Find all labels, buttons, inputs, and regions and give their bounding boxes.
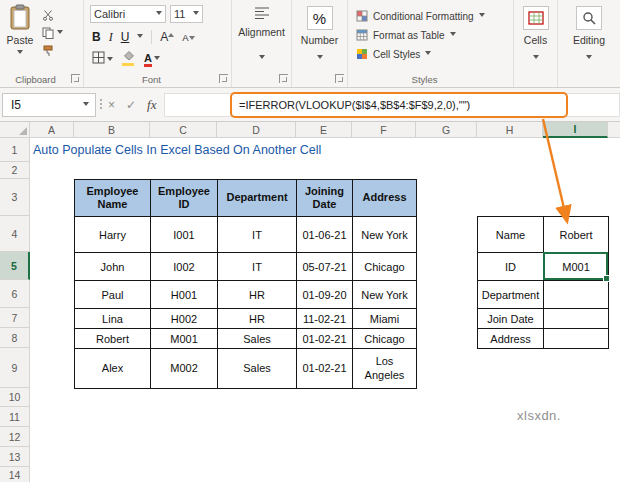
fill-color-button[interactable] — [122, 50, 135, 66]
enter-button[interactable]: ✓ — [126, 98, 136, 112]
cell[interactable]: I001 — [151, 217, 218, 253]
cell[interactable]: John — [75, 253, 151, 281]
cell[interactable]: 11-02-21 — [297, 309, 353, 329]
editing-button[interactable]: Editing — [558, 6, 620, 46]
lookup-value-cell-join-date[interactable] — [544, 309, 609, 329]
cell[interactable]: 01-06-21 — [297, 217, 353, 253]
header-cell[interactable]: Department — [218, 180, 297, 217]
cell[interactable]: M002 — [151, 349, 218, 389]
row-header-8[interactable]: 8 — [0, 328, 30, 348]
cell[interactable]: 01-02-21 — [297, 349, 353, 389]
format-painter-button[interactable] — [42, 44, 54, 58]
header-cell[interactable]: Address — [353, 180, 417, 217]
cell[interactable]: Chicago — [353, 253, 417, 281]
font-size-select[interactable]: 11 — [170, 5, 203, 23]
name-box[interactable]: I5 — [2, 93, 96, 117]
cell[interactable]: Chicago — [353, 329, 417, 349]
underline-button[interactable]: U — [121, 30, 130, 44]
row-header-11[interactable]: 11 — [0, 407, 30, 427]
cell[interactable]: Sales — [218, 349, 297, 389]
copy-button[interactable] — [42, 26, 63, 40]
font-color-button[interactable]: A — [144, 52, 160, 64]
cell[interactable]: Paul — [75, 281, 151, 309]
column-header-g[interactable]: G — [416, 122, 477, 138]
cell[interactable]: 05-07-21 — [297, 253, 353, 281]
row-header-10[interactable]: 10 — [0, 388, 30, 407]
lookup-value-cell-id[interactable]: M001 — [544, 253, 609, 281]
bold-button[interactable]: B — [92, 30, 101, 44]
column-header-h[interactable]: H — [477, 122, 543, 138]
cell[interactable]: Harry — [75, 217, 151, 253]
column-header-f[interactable]: F — [352, 122, 416, 138]
paste-button[interactable]: Paste — [4, 4, 36, 68]
cell[interactable]: Alex — [75, 349, 151, 389]
cell[interactable]: IT — [218, 217, 297, 253]
cell[interactable]: 01-09-20 — [297, 281, 353, 309]
alignment-button[interactable]: Alignment — [232, 6, 291, 38]
format-as-table-button[interactable]: Format as Table — [356, 27, 456, 43]
column-header-e[interactable]: E — [296, 122, 352, 138]
shrink-font-button[interactable]: A — [182, 31, 194, 43]
lookup-label-cell[interactable]: Department — [478, 281, 544, 309]
cell[interactable]: I002 — [151, 253, 218, 281]
font-dialog-launcher[interactable] — [219, 74, 228, 83]
row-header-3[interactable]: 3 — [0, 179, 30, 216]
formula-highlight-box[interactable]: =IFERROR(VLOOKUP($I$4,$B$4:$F$9,2,0),"") — [230, 92, 568, 118]
row-header-9[interactable]: 9 — [0, 348, 30, 388]
row-header-14[interactable]: 14 — [0, 467, 30, 482]
lookup-value-cell-department[interactable] — [544, 281, 609, 309]
alignment-dialog-launcher[interactable] — [279, 74, 288, 83]
column-header-d[interactable]: D — [217, 122, 296, 138]
cell[interactable]: 01-02-21 — [297, 329, 353, 349]
row-header-6[interactable]: 6 — [0, 280, 30, 308]
lookup-label-cell[interactable]: ID — [478, 253, 544, 281]
lookup-label-cell[interactable]: Address — [478, 329, 544, 349]
cell[interactable]: Robert — [75, 329, 151, 349]
lookup-value-cell-name[interactable]: Robert — [544, 217, 609, 253]
row-header-2[interactable]: 2 — [0, 162, 30, 179]
cell[interactable]: HR — [218, 281, 297, 309]
conditional-formatting-button[interactable]: Conditional Formatting — [356, 8, 485, 24]
cell[interactable]: H001 — [151, 281, 218, 309]
cut-button[interactable] — [42, 8, 54, 22]
sheet-title-cell[interactable]: Auto Populate Cells In Excel Based On An… — [33, 138, 321, 162]
cell[interactable]: Lina — [75, 309, 151, 329]
lookup-label-cell[interactable]: Name — [478, 217, 544, 253]
row-header-13[interactable]: 13 — [0, 447, 30, 467]
number-dialog-launcher[interactable] — [335, 74, 344, 83]
cell[interactable]: New York — [353, 281, 417, 309]
header-cell[interactable]: Employee Name — [75, 180, 151, 217]
cell[interactable]: New York — [353, 217, 417, 253]
borders-button[interactable] — [92, 51, 113, 66]
italic-button[interactable]: I — [109, 30, 113, 45]
column-header-b[interactable]: B — [74, 122, 150, 138]
cell[interactable]: H002 — [151, 309, 218, 329]
lookup-label-cell[interactable]: Join Date — [478, 309, 544, 329]
column-header-a[interactable]: A — [30, 122, 74, 138]
cell[interactable]: Miami — [353, 309, 417, 329]
row-header-5[interactable]: 5 — [0, 252, 30, 280]
header-cell[interactable]: Employee ID — [151, 180, 218, 217]
select-all-corner[interactable] — [0, 122, 30, 138]
cancel-button[interactable]: × — [108, 98, 115, 112]
row-header-4[interactable]: 4 — [0, 216, 30, 252]
clipboard-dialog-launcher[interactable] — [71, 74, 80, 83]
column-header-i[interactable]: I — [543, 122, 608, 138]
insert-function-button[interactable]: fx — [147, 97, 156, 113]
cell[interactable]: M001 — [151, 329, 218, 349]
font-family-select[interactable]: Calibri — [90, 5, 166, 23]
cell[interactable]: Sales — [218, 329, 297, 349]
formula-bar-drag-handle[interactable] — [100, 99, 102, 111]
number-format-button[interactable]: % Number — [292, 6, 347, 46]
cell-styles-button[interactable]: Cell Styles — [356, 46, 431, 62]
column-header-c[interactable]: C — [150, 122, 217, 138]
row-header-12[interactable]: 12 — [0, 427, 30, 447]
grow-font-button[interactable]: A — [160, 30, 174, 44]
cell[interactable]: IT — [218, 253, 297, 281]
lookup-value-cell-address[interactable] — [544, 329, 609, 349]
cell[interactable]: Los Angeles — [353, 349, 417, 389]
row-header-1[interactable]: 1 — [0, 138, 30, 162]
row-header-7[interactable]: 7 — [0, 308, 30, 328]
cells-button[interactable]: Cells — [514, 6, 557, 46]
header-cell[interactable]: Joining Date — [297, 180, 353, 217]
